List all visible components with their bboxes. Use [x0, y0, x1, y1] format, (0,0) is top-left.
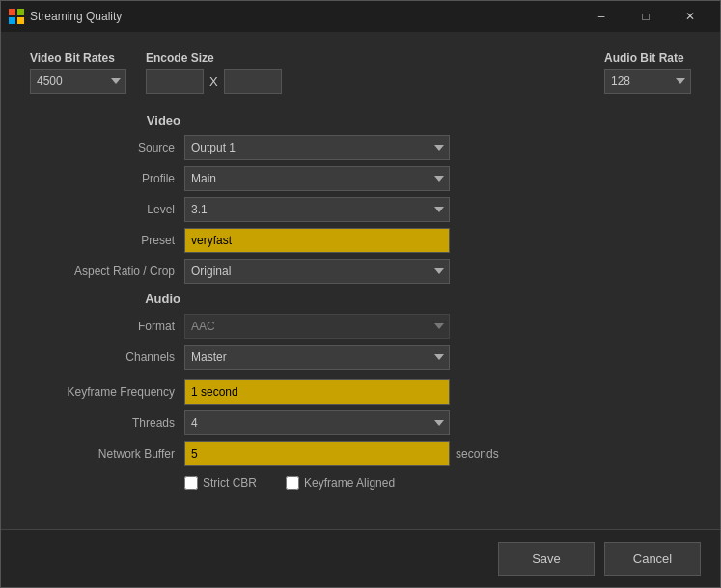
- aspect-ratio-row: Aspect Ratio / Crop Original 16:9 4:3: [30, 259, 691, 284]
- level-row: Level 3.1 4.0 4.1: [30, 197, 691, 222]
- svg-rect-2: [9, 17, 15, 24]
- encode-width-input[interactable]: 1920: [146, 69, 204, 94]
- preset-label: Preset: [30, 234, 184, 247]
- strict-cbr-checkbox[interactable]: [184, 476, 198, 490]
- keyframe-frequency-row: Keyframe Frequency 1 second 2 seconds 3 …: [30, 379, 691, 405]
- strict-cbr-label: Strict CBR: [203, 476, 257, 490]
- keyframe-aligned-label: Keyframe Aligned: [304, 476, 395, 490]
- video-bit-rates-group: Video Bit Rates 4500 3000 2500 2000: [30, 51, 126, 94]
- source-select[interactable]: Output 1 Output 2: [184, 135, 450, 160]
- svg-rect-3: [17, 17, 24, 24]
- encode-size-inputs: 1920 X 1080: [146, 69, 282, 94]
- channels-select[interactable]: Master Stereo Mono: [184, 345, 450, 370]
- seconds-label: seconds: [456, 447, 499, 461]
- encode-size-label: Encode Size: [146, 51, 282, 65]
- keyframe-frequency-label: Keyframe Frequency: [30, 385, 184, 399]
- source-row: Source Output 1 Output 2: [30, 135, 691, 160]
- network-buffer-label: Network Buffer: [30, 447, 184, 461]
- profile-select[interactable]: Main High Baseline: [184, 166, 450, 191]
- minimize-button[interactable]: –: [579, 1, 624, 32]
- strict-cbr-checkbox-item[interactable]: Strict CBR: [184, 476, 257, 490]
- footer: Save Cancel: [1, 529, 720, 587]
- video-section-header: Video: [30, 113, 184, 127]
- level-label: Level: [30, 203, 184, 216]
- threads-label: Threads: [30, 416, 184, 430]
- checkbox-row: Strict CBR Keyframe Aligned: [184, 476, 691, 490]
- title-bar: Streaming Quality – □ ✕: [1, 1, 720, 32]
- format-row: Format AAC MP3: [30, 314, 691, 339]
- format-label: Format: [30, 320, 184, 333]
- keyframe-frequency-select[interactable]: 1 second 2 seconds 3 seconds 4 seconds 5…: [184, 379, 450, 405]
- window: Streaming Quality – □ ✕ Video Bit Rates …: [0, 0, 721, 588]
- svg-rect-0: [9, 9, 15, 15]
- network-buffer-row: Network Buffer 5 1 2 3 4 6 seconds: [30, 441, 691, 466]
- channels-label: Channels: [30, 350, 184, 364]
- svg-rect-1: [17, 9, 24, 15]
- app-icon: [9, 9, 24, 24]
- video-bit-rates-label: Video Bit Rates: [30, 51, 126, 65]
- aspect-ratio-label: Aspect Ratio / Crop: [30, 265, 184, 278]
- network-buffer-select[interactable]: 5 1 2 3 4 6: [184, 441, 450, 466]
- threads-select[interactable]: 4 1 2 3 6 8: [184, 410, 450, 435]
- channels-row: Channels Master Stereo Mono: [30, 345, 691, 370]
- audio-bit-rate-select[interactable]: 128 192 256 320: [604, 69, 691, 94]
- encode-height-input[interactable]: 1080: [224, 69, 282, 94]
- encode-size-group: Encode Size 1920 X 1080: [146, 51, 282, 94]
- top-controls-row: Video Bit Rates 4500 3000 2500 2000 Enco…: [30, 51, 691, 94]
- cancel-button[interactable]: Cancel: [604, 542, 701, 576]
- level-select[interactable]: 3.1 4.0 4.1: [184, 197, 450, 222]
- content-area: Video Bit Rates 4500 3000 2500 2000 Enco…: [1, 32, 720, 529]
- title-bar-controls: – □ ✕: [579, 1, 712, 32]
- settings-section: Keyframe Frequency 1 second 2 seconds 3 …: [30, 379, 691, 490]
- preset-row: Preset veryfast ultrafast superfast fast…: [30, 228, 691, 253]
- aspect-ratio-select[interactable]: Original 16:9 4:3: [184, 259, 450, 284]
- maximize-button[interactable]: □: [624, 1, 668, 32]
- audio-bit-rate-group: Audio Bit Rate 128 192 256 320: [604, 51, 691, 94]
- x-separator: X: [209, 74, 218, 89]
- preset-select[interactable]: veryfast ultrafast superfast fast medium: [184, 228, 450, 253]
- audio-section: Audio Format AAC MP3 Channels Master Ste…: [30, 292, 691, 370]
- profile-label: Profile: [30, 172, 184, 185]
- window-title: Streaming Quality: [30, 10, 579, 23]
- keyframe-aligned-checkbox[interactable]: [286, 476, 299, 490]
- profile-row: Profile Main High Baseline: [30, 166, 691, 191]
- keyframe-aligned-checkbox-item[interactable]: Keyframe Aligned: [286, 476, 395, 490]
- threads-row: Threads 4 1 2 3 6 8: [30, 410, 691, 435]
- video-bit-rates-select[interactable]: 4500 3000 2500 2000: [30, 69, 126, 94]
- video-section: Video Source Output 1 Output 2 Profile M…: [30, 113, 691, 284]
- close-button[interactable]: ✕: [668, 1, 712, 32]
- audio-bit-rate-label: Audio Bit Rate: [604, 51, 691, 65]
- source-label: Source: [30, 141, 184, 154]
- audio-section-header: Audio: [30, 292, 184, 306]
- save-button[interactable]: Save: [498, 542, 595, 576]
- format-select[interactable]: AAC MP3: [184, 314, 450, 339]
